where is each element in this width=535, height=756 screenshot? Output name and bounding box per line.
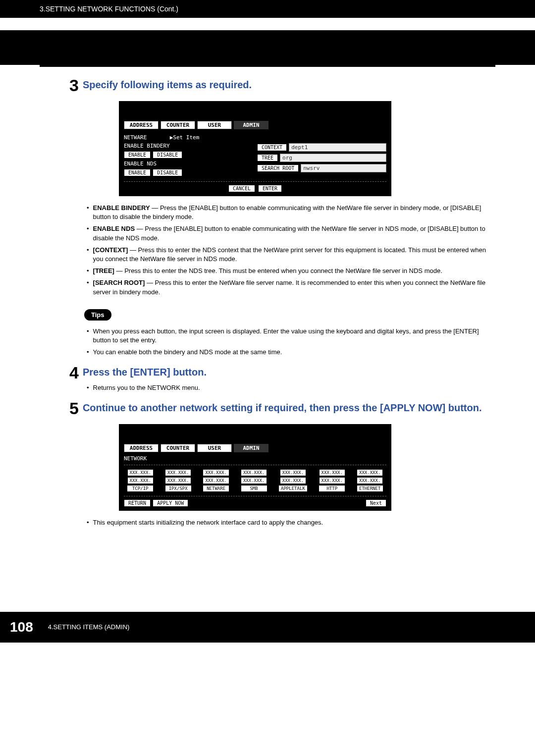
tcpip-button[interactable]: TCP/IP [127,485,154,492]
header-breadcrumb: 3.SETTING NETWORK FUNCTIONS (Cont.) [0,0,535,18]
nds-disable-button[interactable]: DISABLE [153,169,182,176]
step-4-title: Press the [ENTER] button. [83,364,207,378]
nds-label: ENABLE NDS [124,161,253,167]
screen-netware: ADDRESS COUNTER USER ADMIN NETWARE ▶Set … [119,101,391,196]
bindery-label: ENABLE BINDERY [124,143,253,149]
smb-button[interactable]: SMB [241,485,268,492]
screen-network: ADDRESS COUNTER USER ADMIN NETWORK XXX.X… [119,424,391,511]
tab2-user[interactable]: USER [197,444,232,452]
nds-enable-button[interactable]: ENABLE [124,169,151,176]
page-number: 108 [10,619,33,635]
applynow-button[interactable]: APPLY NOW [153,499,188,507]
tips-badge: Tips [84,309,111,321]
step-3-header: 3 Specify following items as required. [69,77,495,94]
ethernet-button[interactable]: ETHERNET [357,485,383,492]
tree-button[interactable]: TREE [257,154,278,162]
enter-button[interactable]: ENTER [258,185,282,192]
tab2-counter[interactable]: COUNTER [160,444,195,452]
step-5-header: 5 Continue to another network setting if… [69,400,495,417]
tab-address[interactable]: ADDRESS [124,121,159,129]
cancel-button[interactable]: CANCEL [228,185,255,192]
appletalk-button[interactable]: APPLETALK [278,485,308,492]
ipxspx-button[interactable]: IPX/SPX [165,485,192,492]
step3-bullets: •ENABLE BINDERY — Press the [ENABLE] but… [87,204,495,297]
netware-label: NETWARE [124,134,147,141]
bindery-disable-button[interactable]: DISABLE [153,151,182,159]
context-value: dept1 [289,143,386,152]
tips-list: •When you press each button, the input s… [87,327,495,357]
header-black-bar [0,30,535,65]
step5-bullets: •This equipment starts initializing the … [87,518,495,527]
searchroot-value: nwsrv [301,164,386,172]
searchroot-button[interactable]: SEARCH ROOT [257,164,299,172]
network-label: NETWORK [124,455,386,462]
step-3-number: 3 [69,77,79,94]
step-5-number: 5 [69,400,79,417]
page-footer: 108 4.SETTING ITEMS (ADMIN) [0,612,535,643]
http-button[interactable]: HTTP [319,485,345,492]
return-button[interactable]: RETURN [124,499,151,507]
next-button[interactable]: Next [366,499,386,507]
step-5-title: Continue to another network setting if r… [83,400,482,414]
step-4-header: 4 Press the [ENTER] button. [69,364,495,381]
tab2-address[interactable]: ADDRESS [124,444,159,452]
divider-line [40,65,495,67]
step-4-number: 4 [69,364,79,381]
context-button[interactable]: CONTEXT [257,144,287,151]
footer-text: 4.SETTING ITEMS (ADMIN) [48,623,130,631]
tab-counter[interactable]: COUNTER [160,121,195,129]
tab-admin[interactable]: ADMIN [234,121,268,129]
tree-value: org [280,154,386,162]
tab2-admin[interactable]: ADMIN [234,444,268,452]
step4-bullets: •Returns you to the NETWORK menu. [87,383,495,392]
set-item-label: ▶Set Item [170,134,200,141]
netware-button[interactable]: NETWARE [203,485,229,492]
bindery-enable-button[interactable]: ENABLE [124,151,151,159]
tab-user[interactable]: USER [197,121,232,129]
step-3-title: Specify following items as required. [83,77,252,91]
